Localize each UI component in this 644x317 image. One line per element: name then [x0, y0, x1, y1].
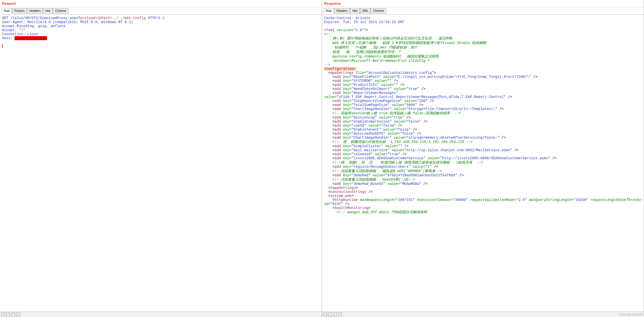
tab-chinese[interactable]: Chinese — [53, 8, 68, 13]
req-query: preload=1&Path=../../Web.Config — [80, 16, 146, 20]
response-panel: Response Raw Headers Hex XML Chinese Cac… — [322, 0, 644, 317]
watermark: CSDN @sublime88 — [618, 313, 642, 316]
tab-chinese-r[interactable]: Chinese — [371, 8, 386, 13]
request-title: Request — [0, 0, 322, 7]
xml-decl-ver-a: version= — [337, 28, 353, 32]
cmt-open: <!-- — [324, 32, 333, 36]
cmt-1: Web 绠＄悊宸ュ叿鏉ラ厤缃 鎴嬬 I ▼窣怵宛瑯剧疆銆倣懿澤ヤ娇?Visual… — [324, 41, 486, 45]
rvm-va: value= — [324, 95, 337, 99]
appset-fa: file= — [356, 71, 366, 75]
appset-close: appSettings — [333, 186, 356, 190]
cfg-tag: <configuration> — [324, 67, 356, 71]
cmt-wangxn: <!-- wangxn_Add_hhf_about_閂挎榇闓存涫鋼海绛閵 — [337, 210, 427, 214]
appset-fv: "AccountOptionValidators.config" — [366, 71, 434, 75]
cmt-cluster: <!-- 绠 錦暆泯缊わ纡鏌煎紡銇 1,192.168.254.110;2,19… — [333, 140, 473, 144]
bottom-btn-4[interactable] — [16, 312, 20, 316]
tab-params[interactable]: Params — [12, 8, 27, 13]
response-content[interactable]: Cache-Control: private Expires: Tue, 25 … — [322, 15, 644, 311]
httprt: httpRuntime — [335, 198, 358, 202]
hdr-accept: Accept: */* — [2, 28, 25, 32]
sysweb: system.web — [330, 194, 351, 198]
tab-headers[interactable]: Headers — [27, 8, 43, 13]
tab-hex-r[interactable]: Hex — [350, 8, 360, 13]
appset-open: appSettings — [330, 71, 353, 75]
hdr-ae: Accept-Encoding: gzip, deflate — [2, 24, 65, 28]
xml-decl-ver: "1.0" — [354, 28, 364, 32]
cmt-demo2: <!--浣挞敻鬘儿堒鎂動嬌籬 base64寒(-)紡--> — [333, 178, 415, 182]
request-content[interactable]: GET /tplus/SM/DTS/DownloadProxy.aspx?pre… — [0, 15, 322, 311]
cmt-demo1: <!--浣挞敻鬘儿堒鎂動嬌籬 闂氬嵗$.md5('000000')賓格澂--> — [333, 169, 442, 173]
hdr-conn: Connection: close — [2, 32, 38, 36]
cursor — [2, 44, 3, 48]
bottom-btn-3[interactable] — [11, 312, 15, 316]
connstr: connectionStrings — [330, 190, 366, 194]
r-bottom-btn-3[interactable] — [333, 312, 337, 316]
cmt-session: <!--瑖板绛session鏃ュ織 true:权掞菇鏃ュ織 false:涓渆鍶觖… — [333, 111, 461, 115]
response-tabs: Raw Headers Hex XML Chinese — [322, 7, 644, 15]
response-title: Response — [322, 0, 644, 7]
healthmon: healthMonitoring — [335, 206, 368, 210]
tab-hex[interactable]: Hex — [43, 8, 53, 13]
req-method: GET — [2, 16, 8, 20]
bottom-btn-2[interactable] — [6, 312, 10, 316]
hdr-cc: Cache-Control: private — [324, 16, 371, 20]
xml-decl-close: ?> — [364, 28, 369, 32]
req-version: HTTP/1.1 — [148, 16, 165, 20]
response-bottom-bar — [322, 311, 644, 317]
hdr-ua: User-Agent: Mozilla/4.0 (compatible; MSI… — [2, 20, 133, 24]
r-bottom-btn-1[interactable] — [323, 312, 327, 316]
request-bottom-bar — [0, 311, 322, 317]
xml-decl-open: <?xml — [324, 28, 335, 32]
cmt-3: 锟借 缃 抵姆口嘖鎂動畲鏍村垪琛 ? — [324, 50, 401, 54]
tab-headers-r[interactable]: Headers — [334, 8, 350, 13]
hdr-exp: Expires: Tue, 25 Jul 2023 13:54:10 GMT — [324, 20, 404, 24]
tab-raw[interactable]: Raw — [2, 8, 12, 13]
req-path: /tplus/SM/DTS/DownloadProxy.aspx — [11, 16, 78, 20]
r-bottom-btn-4[interactable] — [338, 312, 342, 316]
hdr-host-value — [15, 36, 47, 40]
rvm-v: "Ufida.T.EAP.Report.Control.ReportViewer… — [337, 95, 506, 99]
request-tabs: Raw Params Headers Hex Chinese — [0, 7, 322, 15]
cmt-2: 钬滅绔绉 ?>锟解 涗p.Net 閂嵯疆钬滬 夋Ⅰ? — [324, 45, 422, 49]
cmt-5: \Windows\Microsoft.Net\Framework\v2.x\Co… — [324, 59, 430, 63]
request-panel: Request Raw Params Headers Hex Chinese G… — [0, 0, 322, 317]
tab-raw-r[interactable]: Raw — [324, 8, 334, 13]
cmt-register: <!--鏄 想鑊Ⅰ 涓 泪 蛇傚垻鏃ュ棣 缁壠溤姆乙唗哝塚佉遗ⓑ栖鏥 1銃栧否浠… — [333, 161, 483, 165]
bottom-btn-1[interactable] — [1, 312, 5, 316]
tab-xml-r[interactable]: XML — [360, 8, 371, 13]
cmt-0: 娉ㄦ剰: 闄や簡鎵媯姊紝绛栫ㅓ殑姝ゆ枃浠朵互濆栨仜纭爻纭绀 濡浣跨敤 — [324, 36, 452, 40]
cmt-close: --> — [324, 63, 330, 67]
hdr-host-label: Host: — [2, 36, 15, 40]
r-bottom-btn-2[interactable] — [328, 312, 332, 316]
cmt-4: machine.config.comments 锟戒駸鋳灱 鐊因欢闤氫交浣斩豁 — [324, 55, 439, 59]
